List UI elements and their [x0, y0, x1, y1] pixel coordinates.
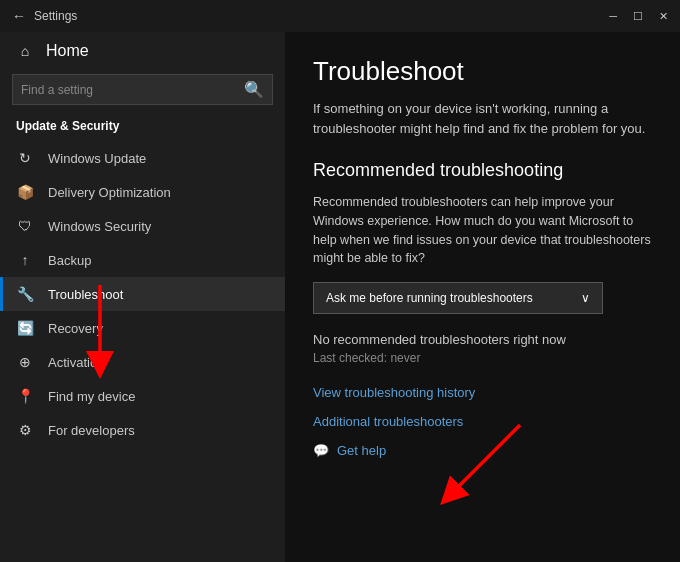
windows-update-icon: ↻	[16, 150, 34, 166]
chevron-down-icon: ∨	[581, 291, 590, 305]
sidebar-item-home[interactable]: ⌂ Home	[0, 32, 285, 70]
sidebar-item-windows-update[interactable]: ↻ Windows Update	[0, 141, 285, 175]
find-my-device-icon: 📍	[16, 388, 34, 404]
close-button[interactable]: ✕	[659, 10, 668, 23]
activation-icon: ⊕	[16, 354, 34, 370]
sidebar-item-delivery-optimization[interactable]: 📦 Delivery Optimization	[0, 175, 285, 209]
sidebar-item-label-for-developers: For developers	[48, 423, 135, 438]
recommended-text: Recommended troubleshooters can help imp…	[313, 193, 652, 268]
recommended-heading: Recommended troubleshooting	[313, 160, 652, 181]
sidebar-item-find-my-device[interactable]: 📍 Find my device	[0, 379, 285, 413]
search-icon: 🔍	[244, 80, 264, 99]
sidebar-item-label-windows-update: Windows Update	[48, 151, 146, 166]
sidebar-item-activation[interactable]: ⊕ Activation	[0, 345, 285, 379]
get-help-item[interactable]: 💬 Get help	[313, 443, 652, 458]
troubleshoot-icon: 🔧	[16, 286, 34, 302]
search-box[interactable]: 🔍	[12, 74, 273, 105]
sidebar: ⌂ Home 🔍 Update & Security ↻ Windows Upd…	[0, 32, 285, 562]
for-developers-icon: ⚙	[16, 422, 34, 438]
minimize-button[interactable]: ─	[609, 10, 617, 23]
sidebar-item-recovery[interactable]: 🔄 Recovery	[0, 311, 285, 345]
search-input[interactable]	[21, 83, 236, 97]
sidebar-item-label-backup: Backup	[48, 253, 91, 268]
sidebar-item-label-windows-security: Windows Security	[48, 219, 151, 234]
nav-items: ↻ Windows Update 📦 Delivery Optimization…	[0, 141, 285, 447]
delivery-optimization-icon: 📦	[16, 184, 34, 200]
windows-security-icon: 🛡	[16, 218, 34, 234]
status-text: No recommended troubleshooters right now	[313, 332, 652, 347]
sidebar-item-backup[interactable]: ↑ Backup	[0, 243, 285, 277]
recovery-icon: 🔄	[16, 320, 34, 336]
backup-icon: ↑	[16, 252, 34, 268]
content-area: Troubleshoot If something on your device…	[285, 32, 680, 562]
section-label: Update & Security	[0, 115, 285, 141]
main-layout: ⌂ Home 🔍 Update & Security ↻ Windows Upd…	[0, 32, 680, 562]
home-icon: ⌂	[16, 43, 34, 59]
sidebar-item-troubleshoot[interactable]: 🔧 Troubleshoot	[0, 277, 285, 311]
back-icon[interactable]: ←	[12, 8, 26, 24]
maximize-button[interactable]: ☐	[633, 10, 643, 23]
sidebar-item-label-find-my-device: Find my device	[48, 389, 135, 404]
page-title: Troubleshoot	[313, 56, 652, 87]
title-bar: ← Settings ─ ☐ ✕	[0, 0, 680, 32]
sidebar-item-label-troubleshoot: Troubleshoot	[48, 287, 123, 302]
content-description: If something on your device isn't workin…	[313, 99, 652, 138]
sidebar-item-label-activation: Activation	[48, 355, 104, 370]
last-checked: Last checked: never	[313, 351, 652, 365]
view-history-link[interactable]: View troubleshooting history	[313, 385, 652, 400]
get-help-icon: 💬	[313, 443, 329, 458]
sidebar-item-label-delivery-optimization: Delivery Optimization	[48, 185, 171, 200]
app-title: Settings	[34, 9, 77, 23]
additional-troubleshooters-link[interactable]: Additional troubleshooters	[313, 414, 652, 429]
home-label: Home	[46, 42, 89, 60]
sidebar-item-label-recovery: Recovery	[48, 321, 103, 336]
troubleshooter-dropdown[interactable]: Ask me before running troubleshooters ∨	[313, 282, 603, 314]
sidebar-item-windows-security[interactable]: 🛡 Windows Security	[0, 209, 285, 243]
get-help-label: Get help	[337, 443, 386, 458]
svg-line-3	[450, 425, 520, 495]
arrow2	[420, 420, 540, 520]
sidebar-item-for-developers[interactable]: ⚙ For developers	[0, 413, 285, 447]
dropdown-value: Ask me before running troubleshooters	[326, 291, 533, 305]
